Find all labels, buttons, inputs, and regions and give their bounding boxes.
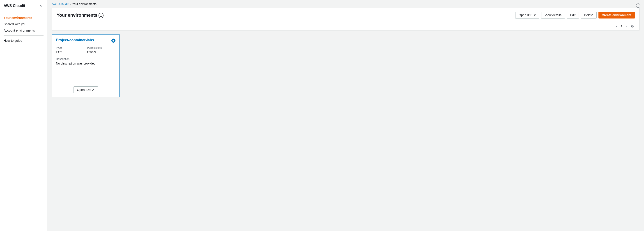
env-permissions-value: Owner xyxy=(87,50,116,54)
env-type-section: Type EC2 xyxy=(56,46,84,54)
view-details-button[interactable]: View details xyxy=(541,12,565,18)
sidebar-navigation: Your environments Shared with you Accoun… xyxy=(0,12,47,46)
header-card: Your environments (1) Open IDE ↗ View de… xyxy=(52,8,640,22)
main-content: AWS Cloud9 › Your environments Your envi… xyxy=(47,0,644,231)
open-ide-button[interactable]: Open IDE ↗ xyxy=(515,12,539,18)
pagination-current-page: 1 xyxy=(620,24,623,28)
sidebar-header: AWS Cloud9 × xyxy=(0,0,47,12)
breadcrumb-home-link[interactable]: AWS Cloud9 xyxy=(52,2,68,6)
environment-card[interactable]: Project-container-labs Type EC2 Permissi… xyxy=(52,34,120,97)
sidebar-item-how-to-guide[interactable]: How-to guide xyxy=(0,38,47,44)
env-type-label: Type xyxy=(56,46,84,50)
env-card-header: Project-container-labs xyxy=(56,38,116,43)
env-type-value: EC2 xyxy=(56,50,84,54)
env-description-value: No description was provided xyxy=(56,62,116,65)
env-meta-grid: Type EC2 Permissions Owner xyxy=(56,46,116,54)
pagination-row: ‹ 1 › ⚙ xyxy=(52,22,640,30)
environment-grid: Project-container-labs Type EC2 Permissi… xyxy=(52,30,640,97)
breadcrumb-separator: › xyxy=(70,2,71,6)
env-permissions-section: Permissions Owner xyxy=(87,46,116,54)
pagination-settings-button[interactable]: ⚙ xyxy=(630,24,635,29)
header-title-area: Your environments (1) xyxy=(56,13,104,18)
pagination-prev-button[interactable]: ‹ xyxy=(615,24,618,29)
env-status-inner xyxy=(112,40,114,42)
breadcrumb-current: Your environments xyxy=(72,2,96,6)
breadcrumb: AWS Cloud9 › Your environments xyxy=(47,0,644,8)
edit-button[interactable]: Edit xyxy=(567,12,579,18)
sidebar-item-shared-with-you[interactable]: Shared with you xyxy=(0,21,47,27)
sidebar-divider xyxy=(4,36,44,36)
sidebar-item-account-environments[interactable]: Account environments xyxy=(0,27,47,34)
delete-button[interactable]: Delete xyxy=(581,12,596,18)
env-card-footer: Open IDE ↗ xyxy=(56,84,116,93)
info-icon[interactable]: ⓘ xyxy=(636,3,640,9)
header-actions: Open IDE ↗ View details Edit Delete Crea… xyxy=(515,12,635,18)
sidebar: AWS Cloud9 × Your environments Shared wi… xyxy=(0,0,47,231)
env-card-title-link[interactable]: Project-container-labs xyxy=(56,38,94,42)
env-status-icon xyxy=(112,38,116,43)
create-environment-button[interactable]: Create environment xyxy=(598,12,635,18)
sidebar-title: AWS Cloud9 xyxy=(4,4,25,8)
env-open-ide-button[interactable]: Open IDE ↗ xyxy=(74,86,98,93)
pagination-next-button[interactable]: › xyxy=(624,24,628,29)
sidebar-item-your-environments[interactable]: Your environments xyxy=(0,15,47,21)
page-content: Your environments (1) Open IDE ↗ View de… xyxy=(47,8,644,102)
env-permissions-label: Permissions xyxy=(87,46,116,50)
env-card-body: Type EC2 Permissions Owner Description N… xyxy=(56,46,116,84)
environment-count-value: (1) xyxy=(98,13,104,18)
env-description-section: Description No description was provided xyxy=(56,58,116,65)
sidebar-close-button[interactable]: × xyxy=(38,3,44,8)
env-description-label: Description xyxy=(56,58,116,61)
page-title: Your environments xyxy=(56,13,98,18)
